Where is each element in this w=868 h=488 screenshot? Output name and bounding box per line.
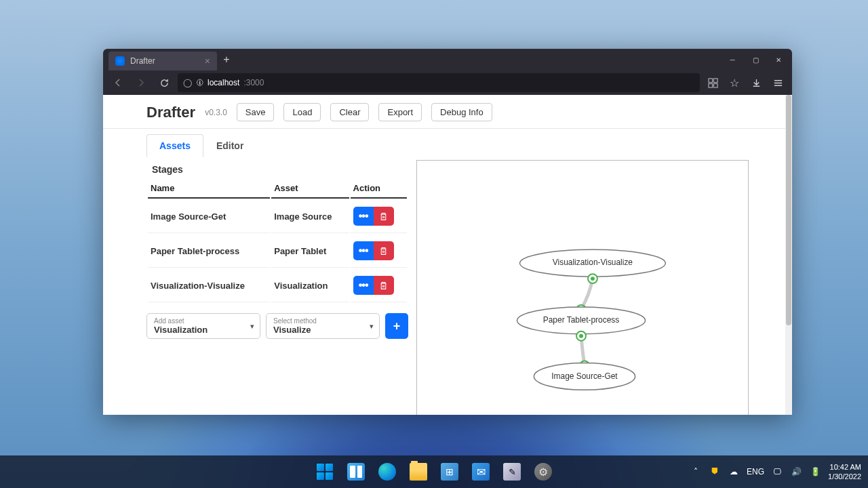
tray-volume-icon[interactable]: 🔊	[790, 466, 802, 478]
select-label: Select method	[273, 317, 360, 325]
page-scrollbar[interactable]	[785, 95, 792, 415]
dots-icon: •••	[359, 210, 368, 222]
dots-icon: •••	[359, 245, 368, 257]
file-explorer-button[interactable]	[405, 458, 432, 485]
scrollbar-thumb[interactable]	[786, 95, 791, 325]
address-bar: ◯ 🛈 localhost:3000 ☆	[103, 70, 792, 95]
shield-icon[interactable]: ◯	[183, 78, 192, 87]
edit-stage-button[interactable]: •••	[353, 207, 374, 226]
tray-battery-icon[interactable]: 🔋	[809, 466, 821, 478]
lock-icon[interactable]: 🛈	[196, 79, 203, 87]
extensions-icon[interactable]	[704, 74, 722, 92]
language-indicator[interactable]: ENG	[747, 467, 764, 476]
stage-asset: Visualization	[271, 269, 349, 302]
delete-stage-button[interactable]	[374, 241, 394, 260]
add-stage-button[interactable]: +	[385, 313, 408, 339]
svg-rect-1	[713, 78, 717, 82]
tab-editor[interactable]: Editor	[203, 134, 256, 157]
taskbar-center: ⊞ ✉ ✎ ⚙	[311, 458, 557, 485]
clear-button[interactable]: Clear	[330, 103, 369, 121]
tab-title: Drafter	[130, 56, 155, 66]
app-header: Drafter v0.3.0 Save Load Clear Export De…	[103, 95, 792, 129]
stage-name: Image Source-Get	[148, 200, 270, 233]
app-tabs: Assets Editor	[103, 129, 792, 157]
forward-button	[132, 73, 151, 92]
edit-stage-button[interactable]: •••	[353, 241, 374, 260]
save-button[interactable]: Save	[237, 103, 275, 121]
export-button[interactable]: Export	[378, 103, 422, 121]
start-button[interactable]	[311, 458, 338, 485]
delete-stage-button[interactable]	[374, 207, 394, 226]
table-row: Paper Tablet-process Paper Tablet •••	[148, 235, 407, 268]
maximize-button[interactable]: ▢	[745, 50, 766, 69]
delete-stage-button[interactable]	[374, 276, 394, 295]
load-button[interactable]: Load	[283, 103, 321, 121]
url-host: localhost	[208, 78, 239, 87]
edit-stage-button[interactable]: •••	[353, 276, 374, 295]
tab-bar: Drafter × + ─ ▢ ✕	[103, 49, 792, 70]
tray-chevron-icon[interactable]: ˄	[690, 466, 702, 478]
trash-icon	[379, 247, 388, 256]
col-action: Action	[351, 179, 407, 199]
close-tab-icon[interactable]: ×	[205, 56, 210, 66]
add-stage-row: Add asset Visualization ▾ Select method …	[146, 313, 408, 339]
trash-icon	[379, 212, 388, 221]
menu-icon[interactable]	[769, 74, 787, 92]
bookmark-icon[interactable]: ☆	[726, 74, 743, 92]
select-value: Visualization	[154, 325, 241, 335]
app-title: Drafter	[146, 104, 195, 121]
graph-svg: Visualization-Visualize Paper Tablet-pro…	[417, 161, 748, 415]
select-method-select[interactable]: Select method Visualize ▾	[266, 313, 380, 339]
col-asset: Asset	[271, 179, 349, 199]
task-view-button[interactable]	[342, 458, 370, 485]
stage-asset: Paper Tablet	[271, 235, 349, 268]
browser-window: Drafter × + ─ ▢ ✕ ◯ 🛈 localhost:3000 ☆	[103, 49, 792, 415]
mail-button[interactable]: ✉	[467, 458, 494, 485]
chevron-down-icon: ▾	[370, 322, 374, 331]
taskbar: ⊞ ✉ ✎ ⚙ ˄ ⛊ ☁ ENG 🖵 🔊 🔋 10:42 AM 1/30/20…	[0, 455, 868, 488]
reload-button[interactable]	[155, 73, 174, 92]
stage-asset: Image Source	[271, 200, 349, 233]
clock-time: 10:42 AM	[828, 462, 861, 472]
table-row: Visualization-Visualize Visualization ••…	[148, 269, 407, 302]
add-asset-select[interactable]: Add asset Visualization ▾	[146, 313, 260, 339]
clock[interactable]: 10:42 AM 1/30/2022	[828, 462, 861, 482]
debug-info-button[interactable]: Debug Info	[431, 103, 492, 121]
graph-node-label: Paper Tablet-process	[543, 315, 619, 325]
app-button[interactable]: ✎	[498, 458, 526, 485]
back-button[interactable]	[108, 73, 127, 92]
table-row: Image Source-Get Image Source •••	[148, 200, 407, 233]
col-name: Name	[148, 179, 270, 199]
svg-rect-3	[713, 83, 717, 87]
new-tab-button[interactable]: +	[217, 50, 236, 69]
stages-table: Name Asset Action Image Source-Get Image…	[146, 178, 408, 304]
stage-name: Paper Tablet-process	[148, 235, 270, 268]
tray-weather-icon[interactable]: ☁	[728, 466, 740, 478]
tray-security-icon[interactable]: ⛊	[709, 466, 721, 478]
select-label: Add asset	[154, 317, 241, 325]
app-version: v0.3.0	[205, 108, 227, 117]
graph-canvas[interactable]: Visualization-Visualize Paper Tablet-pro…	[416, 160, 749, 415]
stage-name: Visualization-Visualize	[148, 269, 270, 302]
url-field[interactable]: ◯ 🛈 localhost:3000	[178, 73, 700, 92]
tray-display-icon[interactable]: 🖵	[771, 466, 783, 478]
settings-button[interactable]: ⚙	[530, 458, 557, 485]
store-button[interactable]: ⊞	[436, 458, 463, 485]
select-value: Visualize	[273, 325, 360, 335]
minimize-button[interactable]: ─	[722, 50, 743, 69]
trash-icon	[379, 281, 388, 290]
page-content: Drafter v0.3.0 Save Load Clear Export De…	[103, 95, 792, 415]
clock-date: 1/30/2022	[828, 472, 861, 481]
downloads-icon[interactable]	[747, 74, 765, 92]
url-port: :3000	[243, 78, 264, 87]
edge-button[interactable]	[374, 458, 401, 485]
node-port-inner	[591, 277, 595, 281]
tab-assets[interactable]: Assets	[146, 134, 203, 157]
tab-favicon	[115, 56, 125, 66]
browser-tab[interactable]: Drafter ×	[108, 52, 217, 70]
graph-node-label: Image Source-Get	[551, 371, 618, 381]
chevron-down-icon: ▾	[250, 322, 254, 331]
close-window-button[interactable]: ✕	[768, 50, 789, 69]
stages-title: Stages	[146, 161, 408, 178]
graph-node-label: Visualization-Visualize	[553, 258, 633, 267]
